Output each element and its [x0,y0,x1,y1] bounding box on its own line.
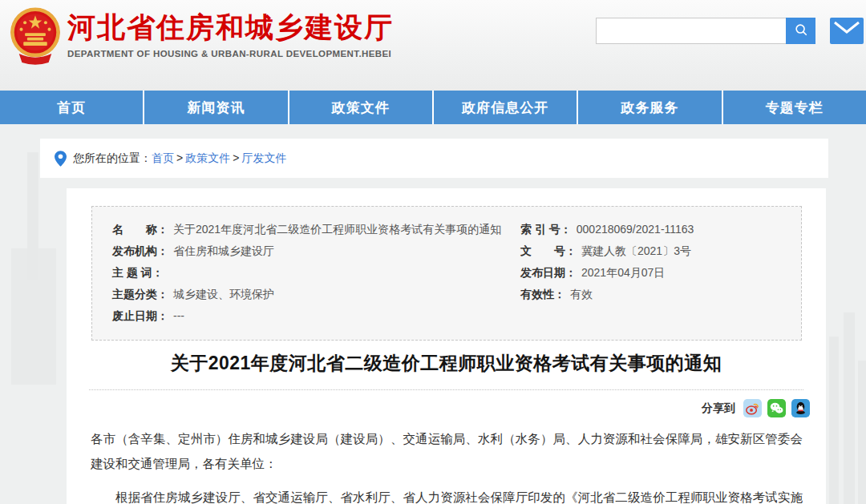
background-watermark-left [3,152,64,385]
share-label: 分享到 [702,401,735,416]
meta-row-issuer: 发布机构：省住房和城乡建设厅 [112,240,484,262]
share-qq-icon[interactable] [791,399,810,417]
share-wechat-icon[interactable] [767,399,786,417]
breadcrumb-link-dept-docs[interactable]: 厅发文件 [241,151,286,164]
mail-button[interactable] [830,18,864,44]
meta-label: 名 称： [112,223,168,236]
nav-item-policy[interactable]: 政策文件 [288,91,432,124]
breadcrumb-separator: > [176,151,183,164]
meta-row-doc-no: 文 号：冀建人教〔2021〕3号 [520,240,801,262]
meta-row-index-no: 索 引 号：000218069/2021-11163 [520,219,801,240]
meta-value: --- [173,309,184,322]
background-watermark-right [826,304,866,504]
search-icon [794,22,808,39]
meta-row-publish-date: 发布日期：2021年04月07日 [520,262,801,284]
nav-item-gov-info[interactable]: 政府信息公开 [432,91,577,124]
mail-icon [833,20,860,42]
meta-column-right: 索 引 号：000218069/2021-11163 文 号：冀建人教〔2021… [484,219,801,340]
meta-label: 主题分类： [112,288,168,300]
site-name: 河北省住房和城乡建设厅 [67,10,394,44]
national-emblem-logo [7,5,63,66]
meta-column-left: 名 称：关于2021年度河北省二级造价工程师职业资格考试有关事项的通知 发布机构… [92,219,484,340]
nav-item-special[interactable]: 专题专栏 [722,91,866,124]
meta-value: 有效 [570,288,593,300]
meta-row-validity: 有效性：有效 [520,284,801,305]
meta-value: 城乡建设、环境保护 [173,288,274,300]
nav-item-home[interactable]: 首页 [0,91,143,124]
location-pin-icon [55,151,67,167]
share-weibo-icon[interactable] [743,399,762,417]
main-nav: 首页 新闻资讯 政策文件 政府信息公开 政务服务 专题专栏 [0,91,866,124]
search-input[interactable] [596,18,786,44]
paragraph-recipients: 各市（含辛集、定州市）住房和城乡建设局（建设局）、交通运输局、水利（水务）局、人… [91,426,803,476]
meta-label: 有效性： [520,288,565,300]
meta-row-category: 主题分类：城乡建设、环境保护 [112,284,484,305]
breadcrumb-separator: > [233,151,239,164]
title-divider [89,389,803,390]
breadcrumb-prefix: 您所在的位置： [73,151,152,166]
meta-row-repeal-date: 废止日期：--- [112,305,484,327]
site-title-block: 河北省住房和城乡建设厅 DEPARTMENT OF HOUSING & URBA… [67,10,394,58]
article-body: 各市（含辛集、定州市）住房和城乡建设局（建设局）、交通运输局、水利（水务）局、人… [91,426,803,504]
meta-label: 索 引 号： [520,223,572,236]
meta-value: 冀建人教〔2021〕3号 [581,244,691,257]
breadcrumb-link-policy[interactable]: 政策文件 [185,151,230,164]
meta-value: 2021年04月07日 [581,266,665,279]
breadcrumb-link-home[interactable]: 首页 [152,151,174,164]
meta-row-name: 名 称：关于2021年度河北省二级造价工程师职业资格考试有关事项的通知 [112,219,484,240]
meta-label: 废止日期： [112,309,168,322]
site-header: 河北省住房和城乡建设厅 DEPARTMENT OF HOUSING & URBA… [0,0,866,91]
article-card: 名 称：关于2021年度河北省二级造价工程师职业资格考试有关事项的通知 发布机构… [67,188,826,504]
meta-label: 发布机构： [112,244,168,257]
meta-label: 主 题 词： [112,266,164,279]
paragraph-intro: 根据省住房城乡建设厅、省交通运输厅、省水利厅、省人力资源社会保障厅印发的《河北省… [91,485,803,504]
document-meta-box: 名 称：关于2021年度河北省二级造价工程师职业资格考试有关事项的通知 发布机构… [91,206,802,341]
share-row: 分享到 [702,399,810,417]
nav-item-gov-service[interactable]: 政务服务 [577,91,721,124]
meta-value: 省住房和城乡建设厅 [173,244,274,257]
article-title: 关于2021年度河北省二级造价工程师职业资格考试有关事项的通知 [67,351,826,376]
breadcrumb: 您所在的位置： 首页>政策文件>厅发文件 [40,139,828,178]
search-button[interactable] [786,18,815,44]
nav-item-news[interactable]: 新闻资讯 [143,91,287,124]
search-bar [596,18,815,44]
meta-label: 文 号： [520,244,577,257]
meta-label: 发布日期： [520,266,577,279]
site-name-english: DEPARTMENT OF HOUSING & URBAN-RURAL DEVE… [67,49,394,58]
meta-value: 关于2021年度河北省二级造价工程师职业资格考试有关事项的通知 [173,223,501,236]
meta-row-keywords: 主 题 词： [112,262,484,284]
meta-value: 000218069/2021-11163 [577,223,694,236]
